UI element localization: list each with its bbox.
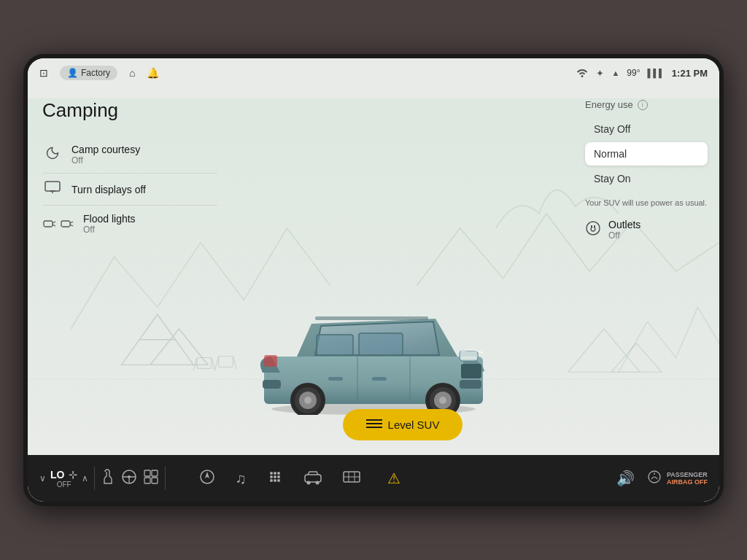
seat-icon[interactable] [101,469,115,489]
svg-rect-26 [263,380,281,389]
status-bar: ⊡ 👤 Factory ⌂ 🔔 ✦ ▲ 99° ▌▌▌ 1:21 PM [28,58,719,88]
level-suv-label: Level SUV [388,419,440,431]
level-icon [366,418,382,432]
bell-icon: 🔔 [147,67,159,79]
svg-rect-19 [328,377,343,381]
svg-rect-22 [460,351,478,361]
svg-point-30 [304,397,311,404]
svg-rect-20 [372,377,387,381]
camp-courtesy-label: Camp courtesy [71,144,140,155]
svg-rect-39 [44,221,53,227]
camera-view-icon[interactable] [343,470,360,487]
temp-down-button[interactable]: ∨ [39,473,46,483]
svg-point-66 [274,475,276,478]
home-icon: ⌂ [129,67,135,79]
apps-grid-icon[interactable] [267,469,283,488]
page-title: Camping [42,99,217,122]
svg-point-65 [270,475,273,478]
svg-marker-61 [205,472,209,478]
displays-off-label: Turn displays off [71,184,146,195]
svg-point-68 [270,479,273,482]
steering-icon[interactable] [121,469,137,489]
energy-options: Stay Off Normal Stay On [585,117,708,190]
heat-grid-icon[interactable] [143,469,159,489]
volume-icon[interactable]: 🔊 [616,470,635,487]
airbag-label: PASSENGER [667,471,708,478]
temp-label: LO [50,469,64,481]
clock: 1:21 PM [672,68,708,79]
svg-point-72 [306,481,310,485]
navigate-icon[interactable] [199,469,215,488]
display-icon [42,181,63,198]
outlet-icon [585,220,601,240]
energy-title: Energy use [585,99,633,110]
profile-pill[interactable]: 👤 Factory [60,66,117,80]
svg-rect-36 [45,182,60,191]
svg-rect-16 [359,333,403,355]
airbag-status: AIRBAG OFF [667,478,708,486]
camp-courtesy-text: Camp courtesy Off [71,144,140,166]
energy-info-icon[interactable]: i [638,100,648,110]
outlets-label: Outlets [608,219,640,230]
fan-icon-left: ⊹ [69,469,77,481]
camp-courtesy-setting[interactable]: Camp courtesy Off [42,136,217,174]
flood-lights-label: Flood lights [83,213,136,225]
profile-label: Factory [81,68,110,78]
stay-on-option[interactable]: Stay On [585,167,708,190]
svg-point-64 [277,472,280,475]
svg-rect-71 [305,475,321,482]
bottom-toolbar: ∨ LO ⊹ OFF ∧ [28,455,719,502]
svg-rect-23 [461,357,477,359]
flood-lights-value: Off [83,225,136,235]
svg-point-69 [274,479,276,482]
music-icon[interactable]: ♫ [236,470,247,487]
svg-point-63 [274,472,276,475]
car-top-icon[interactable] [303,469,322,488]
camp-courtesy-value: Off [71,155,140,166]
level-suv-button[interactable]: Level SUV [343,409,463,440]
airbag-icon [646,469,662,488]
fan-status-left: OFF [57,481,71,489]
divider-1 [94,467,95,490]
temp-value-left: LO ⊹ [50,469,77,481]
svg-rect-21 [461,364,481,378]
bottom-nav-icons: ♫ [171,469,387,488]
svg-rect-35 [315,316,428,320]
screen-icon: ⊡ [39,67,48,79]
svg-point-34 [439,397,446,404]
flood-lights-setting[interactable]: Flood lights Off [42,206,217,242]
car-display-frame: ⊡ 👤 Factory ⌂ 🔔 ✦ ▲ 99° ▌▌▌ 1:21 PM [23,54,724,506]
moon-icon [42,145,63,165]
status-right: ✦ ▲ 99° ▌▌▌ 1:21 PM [576,67,708,79]
flood-lights-text: Flood lights Off [83,213,136,235]
signal-icon: ▲ [611,69,619,77]
temp-up-button[interactable]: ∧ [82,473,88,483]
outlets-value: Off [608,230,640,241]
temp-controls-left: ∨ LO ⊹ OFF ∧ [39,469,88,489]
svg-point-73 [315,481,319,485]
svg-point-70 [277,479,280,482]
svg-point-67 [277,475,280,478]
airbag-text: PASSENGER AIRBAG OFF [667,471,708,486]
displays-off-setting[interactable]: Turn displays off [42,174,217,206]
status-left: ⊡ 👤 Factory ⌂ 🔔 [39,66,159,80]
airbag-section: PASSENGER AIRBAG OFF [646,469,708,488]
car-image [249,269,498,415]
stay-off-option[interactable]: Stay Off [585,117,708,141]
normal-option[interactable]: Normal [585,142,708,166]
main-content: Camping Camp courtesy Off [28,88,719,455]
warning-icon[interactable]: ⚠ [387,470,400,487]
battery-display: 99° [627,68,640,78]
svg-point-52 [128,475,131,478]
bluetooth-icon: ✦ [596,68,604,79]
energy-header: Energy use i [585,99,708,110]
left-panel: Camping Camp courtesy Off [28,88,232,455]
displays-off-text: Turn displays off [71,184,146,195]
outlets-row[interactable]: Outlets Off [585,219,708,241]
svg-point-48 [587,222,600,235]
main-screen: ⊡ 👤 Factory ⌂ 🔔 ✦ ▲ 99° ▌▌▌ 1:21 PM [28,58,719,502]
svg-rect-57 [152,470,158,476]
temp-display-left: LO ⊹ OFF [50,469,77,489]
right-panel: Energy use i Stay Off Normal Stay On You… [573,88,719,455]
energy-description: Your SUV will use power as usual. [585,198,708,209]
